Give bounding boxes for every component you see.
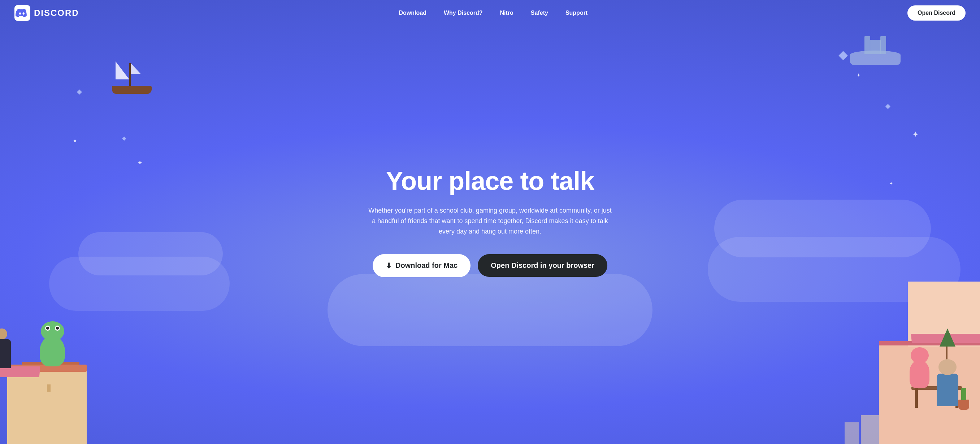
discord-logo-icon <box>14 5 30 21</box>
castle-tower-right <box>880 36 886 54</box>
nav-nitro[interactable]: Nitro <box>500 10 514 16</box>
open-discord-browser-button[interactable]: Open Discord in your browser <box>478 254 607 277</box>
nav-support[interactable]: Support <box>565 10 587 16</box>
nav-safety[interactable]: Safety <box>531 10 548 16</box>
open-discord-nav-button[interactable]: Open Discord <box>907 5 966 21</box>
hero-subtitle: Whether you're part of a school club, ga… <box>367 205 613 236</box>
hero-buttons: ⬇ Download for Mac Open Discord in your … <box>367 254 613 277</box>
castle <box>864 32 886 54</box>
castle-main <box>870 40 881 54</box>
boat-hull <box>112 86 152 94</box>
nav-why-discord[interactable]: Why Discord? <box>444 10 483 16</box>
nav-download[interactable]: Download <box>399 10 426 16</box>
download-arrow-icon: ⬇ <box>386 261 392 270</box>
hero-title: Your place to talk <box>367 167 613 195</box>
navbar-links: Download Why Discord? Nitro Safety Suppo… <box>399 10 588 16</box>
sail-fore <box>131 63 141 74</box>
sailboat <box>108 61 155 94</box>
cloud-4 <box>708 237 961 302</box>
navbar: DISCORD Download Why Discord? Nitro Safe… <box>0 0 980 26</box>
hero-content: Your place to talk Whether you're part o… <box>360 167 620 277</box>
discord-wordmark: DISCORD <box>34 8 79 18</box>
hero-section: ✦ ✦ ✦ ✦ ✦ <box>0 0 980 444</box>
download-for-mac-button[interactable]: ⬇ Download for Mac <box>373 254 471 277</box>
logo-link[interactable]: DISCORD <box>14 5 79 21</box>
download-button-label: Download for Mac <box>395 261 458 270</box>
castle-tower-left <box>864 36 870 54</box>
cloud-2 <box>49 257 230 311</box>
floating-island <box>843 29 908 65</box>
cloud-center <box>328 274 652 346</box>
sail-main <box>116 61 129 80</box>
